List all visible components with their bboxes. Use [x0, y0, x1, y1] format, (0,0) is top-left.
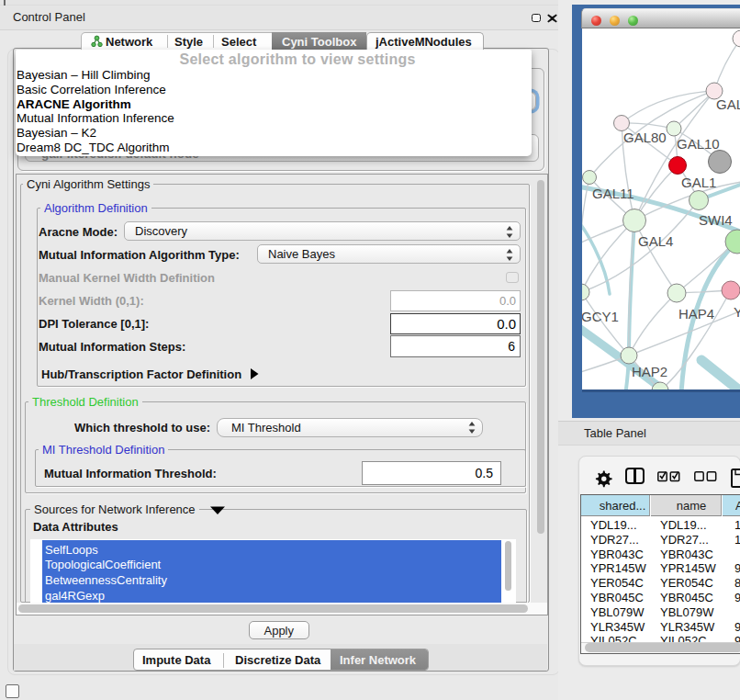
- svg-text:GAL1: GAL1: [681, 175, 716, 190]
- svg-text:GCY1: GCY1: [582, 309, 619, 324]
- svg-text:GAL11: GAL11: [592, 186, 634, 201]
- svg-text:SWI4: SWI4: [699, 212, 733, 228]
- svg-text:YDR: YDR: [734, 304, 740, 320]
- svg-text:HAP2: HAP2: [632, 364, 667, 379]
- svg-text:HAP4: HAP4: [678, 306, 714, 322]
- svg-text:GAL4: GAL4: [638, 233, 673, 249]
- svg-text:GAL2: GAL2: [716, 96, 740, 112]
- svg-text:GAL10: GAL10: [677, 136, 720, 152]
- svg-text:GAL80: GAL80: [623, 130, 667, 145]
